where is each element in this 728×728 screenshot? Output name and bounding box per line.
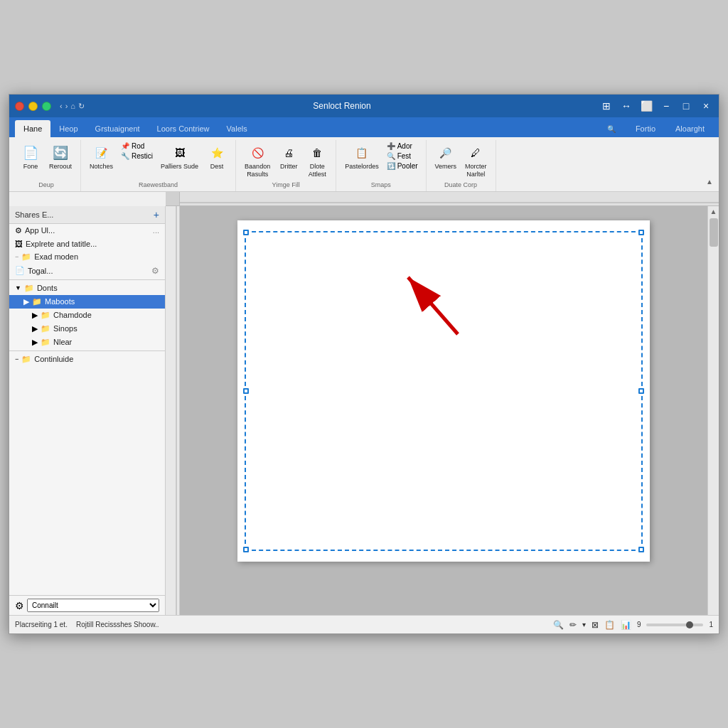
sidebar-item-sinops[interactable]: ▶ 📁 Sinops [9,322,165,336]
canvas-scroll-area: ▲ [166,206,719,615]
duatecorp-items: 🔎 Vemers 🖊 MorcterNarltel [432,141,490,180]
ribbon-btn-reroout[interactable]: 🔄 Reroout [46,141,75,172]
handle-middle-left[interactable] [243,388,249,394]
sinops-expand-icon: ▶ [32,324,38,333]
baandon-icon: 🚫 [247,143,267,163]
close-button[interactable] [15,102,24,111]
ribbon-btn-morcter[interactable]: 🖊 MorcterNarltel [462,141,490,180]
status-icon-1[interactable]: 🔍 [553,620,564,630]
ribbon-btn-dritter[interactable]: 🖨 Dritter [276,141,301,172]
save-icon[interactable]: ⬜ [639,100,653,112]
tab-hane[interactable]: Hane [15,120,50,137]
search-icon[interactable]: 🔍 [599,120,624,137]
smaps-label: Smaps [371,181,391,190]
ribbon-collapse-button[interactable]: ▲ [703,176,716,188]
ribbon-btn-pooler[interactable]: 🔃 Pooler [385,161,420,171]
scrollbar-thumb[interactable] [710,218,718,247]
tab-grstuaignent[interactable]: Grstuaignent [87,120,149,137]
ribbon-btn-pastelordes[interactable]: 📋 Pastelordes [342,141,382,172]
minimize-button[interactable] [28,102,38,111]
sidebar-item-togal[interactable]: 📄 Togal... ⚙ [9,264,165,278]
zoom-slider[interactable] [646,623,703,626]
donts-icon: 📁 [24,284,34,293]
scroll-up-button[interactable]: ▲ [710,208,717,215]
sidebar-item-chamdode[interactable]: ▶ 📁 Chamdode [9,309,165,322]
reroout-label: Reroout [49,163,72,171]
smaps-items: 📋 Pastelordes ➕ Ador 🔍 Fest 🔃 Pooler [342,141,419,180]
sidebar-item-explrete[interactable]: 🖼 Explrete and tatitle... [9,237,165,250]
yimgefill-label: Yimge Fill [272,181,300,190]
continluide-label: Continluide [34,355,73,363]
ribbon-btn-rod[interactable]: 📌 Rod [119,141,155,151]
sidebar-add-button[interactable]: + [154,209,159,220]
nav-home-icon[interactable]: ⌂ [70,102,75,111]
status-left: Placrseiting 1 et. [15,621,68,628]
canvas-content[interactable] [180,206,707,615]
ribbon-btn-ador[interactable]: ➕ Ador [385,141,420,151]
nav-forward-icon[interactable]: › [65,102,68,111]
status-icon-5[interactable]: 📊 [621,620,631,630]
raewestband-items: 📝 Notches 📌 Rod 🔧 Restici 🖼 Palliers S [87,141,230,180]
status-dropdown[interactable]: ▾ [582,621,586,628]
status-icon-4[interactable]: 📋 [604,620,615,630]
nav-back-icon[interactable]: ‹ [60,102,63,111]
ribbon-btn-restici[interactable]: 🔧 Restici [119,151,155,161]
dest-icon: ⭐ [207,143,227,163]
ribbon-btn-dlote[interactable]: 🗑 DloteAttlest [304,141,330,180]
ribbon-btn-fest[interactable]: 🔍 Fest [385,151,420,161]
tab-heop[interactable]: Heop [50,120,86,137]
ribbon-btn-palliers[interactable]: 🖼 Palliers Sude [158,141,201,172]
settings-gear-icon[interactable]: ⚙ [15,600,24,611]
donts-expand-icon: ▼ [15,284,21,291]
sidebar-item-donts[interactable]: ▼ 📁 Donts [9,282,165,295]
smaps-col: ➕ Ador 🔍 Fest 🔃 Pooler [385,141,420,171]
tab-loors[interactable]: Loors Contriew [149,120,218,137]
canvas-wrapper: ▲ [166,206,719,615]
sidebar-item-continluide[interactable]: − 📁 Continluide [9,353,165,366]
handle-bottom-right[interactable] [638,547,644,552]
handle-top-left[interactable] [243,230,249,235]
ribbon-btn-fone[interactable]: 📄 Fone [18,141,43,172]
tab-aloarght[interactable]: Aloarght [667,120,713,137]
pooler-icon: 🔃 [387,162,395,170]
status-icon-2[interactable]: ✏ [569,620,577,630]
baandon-label: BaandonRasults [245,163,270,178]
sidebar-item-maboots[interactable]: ▶ 📁 Maboots [9,295,165,309]
handle-bottom-left[interactable] [243,547,249,552]
continluide-icon: 📁 [21,355,31,364]
dlote-label: DloteAttlest [309,163,326,178]
sidebar-item-nlear[interactable]: ▶ 📁 Nlear [9,336,165,349]
ribbon-btn-notches[interactable]: 📝 Notches [87,141,116,172]
handle-middle-right[interactable] [638,388,644,394]
dritter-label: Dritter [280,163,298,171]
maximize-button[interactable] [42,102,51,111]
sidebar-item-exad-moden[interactable]: − 📁 Exad moden [9,250,165,264]
tab-fortio[interactable]: Fortio [627,120,664,137]
sidebar-item-app-ul[interactable]: ⚙ App Ul... ... [9,224,165,237]
tab-valels[interactable]: Valels [218,120,256,137]
minimize-icon[interactable]: − [659,100,673,112]
status-icon-3[interactable]: ⊠ [592,620,599,630]
swap-icon[interactable]: ↔ [619,100,633,112]
ribbon-btn-baandon[interactable]: 🚫 BaandonRasults [242,141,273,180]
close-icon[interactable]: × [699,100,713,112]
context-select[interactable]: Connailt [27,599,159,612]
grid-icon[interactable]: ⊞ [599,100,614,112]
chamdode-label: Chamdode [53,311,92,319]
nav-refresh-icon[interactable]: ↻ [78,102,85,111]
togal-label: Togal... [28,267,53,275]
ribbon-btn-dest[interactable]: ⭐ Dest [204,141,230,172]
restore-icon[interactable]: □ [679,100,693,112]
ribbon-btn-vemers[interactable]: 🔎 Vemers [432,141,460,172]
exad-label: Exad moden [34,252,78,261]
nav-buttons: ‹ › ⌂ ↻ [60,102,85,111]
ribbon-group-duatecorp: 🔎 Vemers 🖊 MorcterNarltel Duate Corp [427,140,496,191]
main-area: Shares E... + ⚙ App Ul... ... 🖼 Explrete… [9,206,719,615]
scrollbar-vertical[interactable]: ▲ [707,206,719,615]
maboots-label: Maboots [45,297,75,306]
nlear-icon: 📁 [41,338,50,347]
handle-top-right[interactable] [638,230,644,235]
togal-settings-icon[interactable]: ⚙ [151,266,159,276]
ador-label: Ador [397,142,412,150]
nlear-label: Nlear [53,338,72,346]
